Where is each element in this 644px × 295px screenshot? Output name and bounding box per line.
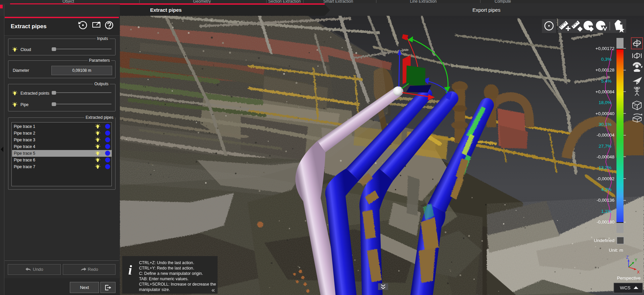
svg-text:5,4%: 5,4%	[601, 79, 611, 84]
svg-text:+0,00084: +0,00084	[595, 89, 614, 94]
svg-text:-0,00004: -0,00004	[597, 133, 615, 138]
svg-text:13,2%: 13,2%	[599, 165, 611, 170]
svg-text:18,0%: 18,0%	[599, 100, 611, 105]
svg-text:30,1%: 30,1%	[599, 122, 611, 127]
svg-text:4,2%: 4,2%	[601, 187, 611, 192]
svg-text:Y: Y	[635, 258, 637, 262]
svg-text:0,3%: 0,3%	[601, 57, 611, 62]
svg-text:WCS: WCS	[620, 285, 631, 290]
svg-text:+0,00172: +0,00172	[595, 46, 614, 51]
svg-text:X: X	[637, 270, 640, 275]
svg-text:27,7%: 27,7%	[599, 144, 611, 149]
svg-text:-0,00180: -0,00180	[597, 219, 614, 225]
svg-text:Z: Z	[626, 255, 629, 260]
svg-text:-0,00092: -0,00092	[597, 176, 614, 181]
svg-text:-0,00048: -0,00048	[597, 154, 614, 159]
svg-text:+0,00040: +0,00040	[595, 111, 614, 116]
svg-text:Unit: m: Unit: m	[609, 248, 623, 253]
svg-text:Undefined: Undefined	[594, 238, 614, 243]
svg-text:Perspective: Perspective	[617, 276, 641, 281]
svg-text:-0,00136: -0,00136	[597, 198, 614, 203]
svg-text:1,1%: 1,1%	[601, 209, 611, 214]
svg-text:+0,00128: +0,00128	[595, 67, 614, 72]
